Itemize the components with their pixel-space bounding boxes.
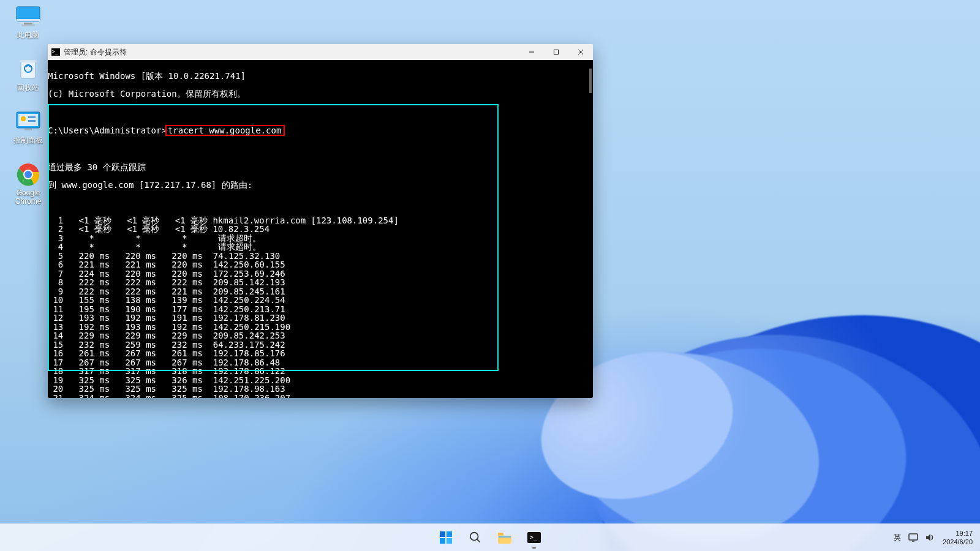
svg-rect-19 <box>440 531 445 537</box>
cmd-icon <box>51 48 60 56</box>
tracert-hop: 20 325 ms 325 ms 325 ms 192.178.98.163 <box>48 384 593 394</box>
tracert-hop: 9 222 ms 222 ms 221 ms 209.85.245.161 <box>48 287 593 296</box>
highlighted-command: tracert www.google.com <box>165 125 285 137</box>
start-button[interactable] <box>434 525 458 550</box>
this-pc-shortcut[interactable]: 此电脑 <box>5 5 51 39</box>
tracert-hop: 16 261 ms 267 ms 261 ms 192.178.85.176 <box>48 349 593 358</box>
chrome-shortcut[interactable]: Google Chrome <box>5 163 51 206</box>
recycle-bin-shortcut[interactable]: 回收站 <box>5 58 51 92</box>
network-icon[interactable] <box>908 533 918 542</box>
svg-rect-10 <box>28 120 36 122</box>
icon-label: 回收站 <box>17 83 39 92</box>
svg-rect-21 <box>440 538 445 544</box>
clock-date: 2024/6/20 <box>943 538 973 546</box>
recycle-bin-icon <box>15 58 42 81</box>
svg-rect-26 <box>499 536 511 538</box>
cmd-taskbar-button[interactable]: >_ <box>522 525 546 550</box>
tracert-hop: 15 232 ms 259 ms 232 ms 64.233.175.242 <box>48 340 593 350</box>
tracert-hop: 1 <1 毫秒 <1 毫秒 <1 毫秒 hkmail2.worria.com [… <box>48 216 593 225</box>
taskbar-center: >_ <box>434 524 546 551</box>
tracert-hop: 19 325 ms 325 ms 326 ms 142.251.225.200 <box>48 376 593 385</box>
desktop-icons: 此电脑 回收站 控制面板 <box>5 5 51 206</box>
terminal-line: (c) Microsoft Corporation。保留所有权利。 <box>48 89 593 99</box>
svg-rect-5 <box>20 60 37 62</box>
this-pc-icon <box>15 5 42 28</box>
tracert-hop: 13 192 ms 193 ms 192 ms 142.250.215.190 <box>48 323 593 332</box>
svg-rect-22 <box>447 538 452 544</box>
svg-rect-4 <box>21 61 36 78</box>
tracert-hop: 7 224 ms 220 ms 220 ms 172.253.69.246 <box>48 269 593 279</box>
svg-rect-29 <box>909 534 918 540</box>
minimize-button[interactable] <box>519 44 544 60</box>
terminal-line <box>48 107 593 116</box>
scrollbar[interactable] <box>589 69 592 93</box>
tracert-hop: 18 317 ms 317 ms 318 ms 192.178.86.122 <box>48 367 593 376</box>
tracert-hop: 5 220 ms 220 ms 220 ms 74.125.32.130 <box>48 252 593 261</box>
ime-indicator[interactable]: 英 <box>894 533 901 543</box>
terminal-output[interactable]: Microsoft Windows [版本 10.0.22621.741] (c… <box>48 60 593 398</box>
svg-rect-9 <box>28 116 36 118</box>
terminal-line: 通过最多 30 个跃点跟踪 <box>48 163 593 172</box>
tracert-hop: 8 222 ms 222 ms 222 ms 209.85.142.193 <box>48 278 593 287</box>
file-explorer-button[interactable] <box>492 525 517 550</box>
terminal-line: 到 www.google.com [172.217.17.68] 的路由: <box>48 181 593 190</box>
clock[interactable]: 19:17 2024/6/20 <box>943 529 975 546</box>
svg-point-8 <box>21 116 26 121</box>
icon-label: Google Chrome <box>5 189 51 206</box>
search-button[interactable] <box>463 525 488 550</box>
svg-rect-20 <box>447 531 452 537</box>
svg-rect-11 <box>24 129 32 130</box>
tracert-hop: 11 195 ms 190 ms 177 ms 142.250.213.71 <box>48 305 593 314</box>
tracert-hop: 4 * * * 请求超时。 <box>48 242 593 252</box>
tracert-hop: 6 221 ms 221 ms 220 ms 142.250.60.155 <box>48 260 593 269</box>
volume-icon[interactable] <box>925 533 935 542</box>
svg-rect-25 <box>498 533 503 535</box>
control-panel-shortcut[interactable]: 控制面板 <box>5 110 51 144</box>
taskbar[interactable]: >_ 英 19:17 2024/6/20 <box>0 523 980 551</box>
svg-point-23 <box>470 533 478 541</box>
clock-time: 19:17 <box>943 529 973 538</box>
icon-label: 此电脑 <box>17 31 39 39</box>
maximize-button[interactable] <box>544 44 568 60</box>
svg-rect-16 <box>554 50 559 54</box>
terminal-line: Microsoft Windows [版本 10.0.22621.741] <box>48 72 593 81</box>
tracert-hop: 12 193 ms 192 ms 191 ms 192.178.81.230 <box>48 313 593 323</box>
window-title: 管理员: 命令提示符 <box>64 47 127 58</box>
tracert-hop: 21 324 ms 324 ms 325 ms 108.170.236.207 <box>48 394 593 399</box>
close-button[interactable] <box>568 44 593 60</box>
titlebar[interactable]: 管理员: 命令提示符 <box>48 44 593 60</box>
svg-rect-3 <box>21 24 35 26</box>
chrome-icon <box>15 163 42 186</box>
tracert-hop: 14 229 ms 229 ms 229 ms 209.85.242.253 <box>48 331 593 340</box>
tracert-hop: 2 <1 毫秒 <1 毫秒 <1 毫秒 10.82.3.254 <box>48 225 593 234</box>
svg-text:>_: >_ <box>530 534 538 541</box>
tracert-hop: 17 267 ms 267 ms 267 ms 192.178.86.48 <box>48 358 593 367</box>
prompt-prefix: C:\Users\Administrator> <box>48 126 167 135</box>
icon-label: 控制面板 <box>13 136 43 144</box>
tracert-hop: 10 155 ms 138 ms 139 ms 142.250.224.54 <box>48 296 593 305</box>
svg-rect-2 <box>24 23 32 24</box>
terminal-line <box>48 145 593 154</box>
tracert-hop: 3 * * * 请求超时。 <box>48 234 593 243</box>
control-panel-icon <box>15 110 42 133</box>
cmd-window[interactable]: 管理员: 命令提示符 Microsoft Windows [版本 10.0.22… <box>48 44 593 398</box>
svg-point-14 <box>24 171 32 178</box>
svg-rect-1 <box>17 19 40 21</box>
prompt-line: C:\Users\Administrator>tracert www.googl… <box>48 125 593 137</box>
terminal-line <box>48 198 593 208</box>
svg-line-24 <box>477 539 480 542</box>
system-tray: 英 19:17 2024/6/20 <box>894 524 975 551</box>
